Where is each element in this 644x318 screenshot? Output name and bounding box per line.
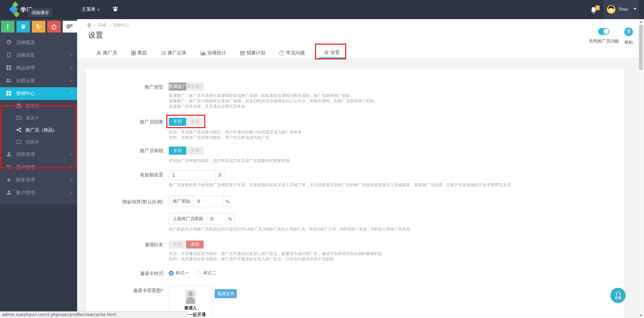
- radio-selected-icon: [169, 271, 174, 276]
- sidebar-item-label: 讲师管理: [16, 152, 35, 158]
- invite-friend-help-1: 开启：开启邀请好友功能后，推广员可邀请好友加入推广队伍，被邀请方成功推广后，邀请…: [169, 251, 382, 256]
- toggle-on-icon[interactable]: [598, 28, 609, 35]
- sidebar-subitem-promoter-product[interactable]: 推广员（商品）: [0, 124, 77, 136]
- breadcrumb-separator: ›: [94, 23, 95, 28]
- validity-input[interactable]: [169, 170, 215, 180]
- paw-icon[interactable]: [112, 6, 119, 13]
- commission-input-1[interactable]: [194, 196, 223, 207]
- username: Tino: [619, 7, 628, 12]
- card-style-radios: 样式一 样式二: [169, 270, 216, 276]
- tab-performance-stats[interactable]: 业绩统计: [201, 48, 226, 58]
- mobile-icon: [6, 52, 11, 59]
- scroll-down-arrow[interactable]: ▼: [639, 313, 643, 318]
- sidebar-item-shop-overview[interactable]: 店铺概况: [0, 36, 77, 49]
- squares-icon: [6, 91, 11, 97]
- sidebar-item-user-management[interactable]: 用户管理 ‹: [0, 161, 77, 174]
- card-style-option-1[interactable]: 样式一: [169, 270, 189, 276]
- invite-friend-label: 邀请好友: [86, 242, 163, 248]
- sidebar-subitem-coupon[interactable]: 优惠券: [0, 136, 77, 148]
- settings-button[interactable]: ⚙⚙: [63, 21, 77, 33]
- paw-button[interactable]: [16, 21, 30, 33]
- recruit-on-button[interactable]: 开启: [169, 118, 186, 126]
- sidebar-item-lecturer-management[interactable]: 讲师管理 ‹: [0, 148, 77, 161]
- commission-field-2: 上级推广员奖励 %: [169, 213, 234, 224]
- scroll-up-arrow[interactable]: ▲: [639, 19, 643, 24]
- tab-faq[interactable]: ? 常见问题: [279, 48, 305, 58]
- sidebar-item-label: 商品管理: [16, 65, 35, 71]
- tab-products[interactable]: 商品: [131, 48, 147, 58]
- customer-service-button[interactable]: 客服: [610, 288, 626, 303]
- breadcrumb-marketing-center[interactable]: 营销中心: [113, 22, 129, 28]
- tab-promotion-records[interactable]: 推广记录: [161, 48, 186, 58]
- card-style-label: 邀请卡样式: [86, 271, 163, 277]
- help-button[interactable]: ? 帮助: [621, 28, 636, 46]
- sidebar-menu: 店铺概况 店铺设置 ‹ 商品管理 ‹ 社群运营 ‹ 营销中心 ‹ 激活码 邀: [0, 36, 77, 199]
- sidebar-item-product-management[interactable]: 商品管理 ‹: [0, 62, 77, 74]
- invite-friend-help-2: 关闭：关闭邀请好友功能后，推广员不可邀请好友加入推广队伍，已存在的邀请关系不受影…: [169, 256, 334, 262]
- person-icon: [6, 152, 11, 158]
- tab-label: 商品: [138, 50, 147, 56]
- calendar-icon: [240, 51, 245, 55]
- validity-help: 推广员发展的客户会和推广员绑定客户关系，在有效期内其再次进入店铺下单，无论是再通…: [169, 182, 515, 188]
- paw-icon: [20, 24, 26, 30]
- radio-label: 样式一: [176, 270, 189, 276]
- choose-file-button[interactable]: 选择文件: [215, 289, 237, 298]
- tab-label: 推广员: [103, 50, 117, 56]
- refresh-button[interactable]: ↻: [32, 21, 45, 33]
- commission-prefix-2: 上级推广员奖励: [169, 213, 207, 224]
- main-menu-dropdown[interactable]: 主菜单∨: [82, 6, 100, 12]
- recruit-off-button[interactable]: 关闭: [186, 118, 204, 126]
- dashboard-icon: [6, 40, 11, 46]
- clear-cache-tooltip: 清除缓存: [28, 8, 53, 17]
- review-label: 推广员审核: [86, 148, 163, 154]
- more-options-button[interactable]: ⋮: [1, 21, 14, 33]
- caret-down-icon: [634, 8, 636, 10]
- sidebar-subitem-activation-code[interactable]: 激活码: [0, 100, 77, 112]
- radio-unselected-icon: [196, 271, 201, 276]
- breadcrumb-shop[interactable]: 店铺: [98, 22, 106, 28]
- tab-settings[interactable]: ⚙ 设置: [319, 48, 345, 58]
- gears-icon: ⚙⚙: [66, 24, 74, 30]
- recruit-label: 推广员招募: [86, 119, 163, 125]
- validity-unit: 天: [215, 170, 224, 180]
- validity-input-group: 天: [169, 170, 224, 180]
- tab-label: 业绩统计: [207, 50, 226, 56]
- invite-friend-on-button[interactable]: 开启: [169, 241, 186, 249]
- sidebar-item-community-operation[interactable]: 社群运营 ‹: [0, 74, 77, 87]
- invite-friend-segmented: 开启 关闭: [169, 241, 204, 249]
- review-on-button[interactable]: 开启: [169, 147, 186, 155]
- sidebar-item-account-management[interactable]: 账户管理 ‹: [0, 187, 77, 199]
- invite-friend-off-button[interactable]: 关闭: [186, 241, 204, 249]
- refresh-icon: ↻: [36, 24, 41, 30]
- sidebar-item-finance-management[interactable]: ¥ 财务管理 ‹: [0, 174, 77, 187]
- sidebar-item-shop-settings[interactable]: 店铺设置 ‹: [0, 49, 77, 62]
- promo-type-normal-button[interactable]: 普通推广: [169, 83, 186, 91]
- card-style-option-2[interactable]: 样式二: [196, 270, 216, 276]
- chevron-left-icon: ‹: [70, 65, 72, 70]
- list-icon: [161, 51, 166, 55]
- notification-bell[interactable]: 0: [590, 7, 600, 17]
- toggle-label: 关闭推广员功能: [588, 38, 619, 44]
- sidebar-item-marketing-center[interactable]: 营销中心 ‹: [0, 87, 77, 100]
- promo-type-segmented: 普通推广 渠道推广: [169, 83, 204, 91]
- sliders-icon: [6, 165, 11, 170]
- promo-type-channel-button[interactable]: 渠道推广: [186, 83, 204, 91]
- power-button[interactable]: [47, 21, 61, 33]
- user-menu[interactable]: Tino: [603, 0, 639, 19]
- card-preview-bold-text: 一起开通: [189, 312, 206, 317]
- app-logo[interactable]: [4, 1, 21, 18]
- tab-recruitment-plan[interactable]: 招募计划: [240, 48, 265, 58]
- browser-status-bar: admin.xueshiyun.com/t.php/user/profile/c…: [0, 311, 187, 318]
- chevron-left-icon: ‹: [70, 152, 72, 157]
- review-off-button[interactable]: 关闭: [186, 147, 204, 155]
- sidebar-subitem-invite-card[interactable]: 邀请卡: [0, 112, 77, 124]
- sidebar-item-label: 优惠券: [25, 139, 39, 145]
- commission-field-1: 推广奖励 %: [169, 196, 232, 207]
- coupon-icon: [16, 140, 21, 145]
- tab-promoter[interactable]: 推广员: [96, 48, 117, 58]
- scrollbar-thumb[interactable]: [639, 25, 643, 70]
- breadcrumb-separator: ›: [109, 23, 110, 28]
- commission-input-2[interactable]: [207, 213, 225, 224]
- vertical-scrollbar[interactable]: ▲ ▼: [639, 19, 643, 318]
- close-promoter-feature-toggle[interactable]: 关闭推广员功能: [588, 28, 619, 44]
